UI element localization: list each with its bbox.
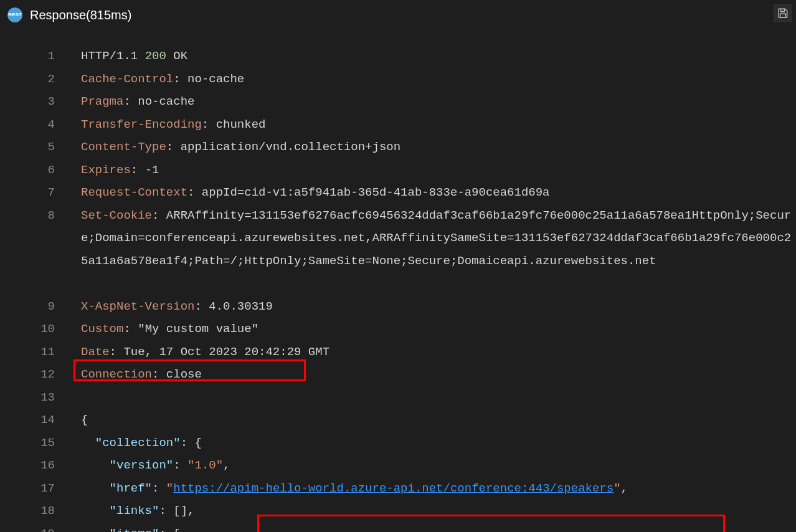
line-number: [0, 227, 55, 250]
code-line: {: [81, 409, 796, 432]
code-line: Expires: -1: [81, 159, 796, 182]
code-line: Cache-Control: no-cache: [81, 68, 796, 91]
code-line: "items": [: [81, 523, 796, 533]
line-number: 14: [0, 409, 55, 432]
line-number: 3: [0, 90, 55, 113]
code-line: Set-Cookie: ARRAffinity=131153ef6276acfc…: [81, 204, 796, 295]
line-number-gutter: 1 2 3 4 5 6 7 8 9 10 11 12 13 14 15 16 1…: [0, 45, 69, 532]
panel-title: Response(815ms): [30, 6, 131, 24]
code-line: Pragma: no-cache: [81, 90, 796, 113]
code-line: "version": "1.0",: [81, 454, 796, 477]
line-number: 13: [0, 386, 55, 409]
code-line: Connection: close: [81, 363, 796, 386]
line-number: 16: [0, 454, 55, 477]
code-line: Custom: "My custom value": [81, 318, 796, 341]
code-line: "href": "https://apim-hello-world.azure-…: [81, 477, 796, 500]
line-number: 2: [0, 68, 55, 91]
code-line: Transfer-Encoding: chunked: [81, 113, 796, 136]
code-line: X-AspNet-Version: 4.0.30319: [81, 295, 796, 318]
line-number: [0, 250, 55, 273]
line-number: 5: [0, 136, 55, 159]
code-line: "collection": {: [81, 432, 796, 455]
code-line: "links": [],: [81, 500, 796, 523]
line-number: 4: [0, 113, 55, 136]
line-number: 8: [0, 204, 55, 227]
code-line: HTTP/1.1 200 OK: [81, 45, 796, 68]
href-link[interactable]: https://apim-hello-world.azure-api.net/c…: [173, 482, 614, 495]
svg-rect-0: [780, 14, 786, 17]
line-number: 17: [0, 477, 55, 500]
line-number: 18: [0, 500, 55, 523]
code-content[interactable]: HTTP/1.1 200 OK Cache-Control: no-cache …: [69, 45, 796, 532]
response-editor[interactable]: 1 2 3 4 5 6 7 8 9 10 11 12 13 14 15 16 1…: [0, 30, 796, 532]
line-number: 9: [0, 295, 55, 318]
save-icon: [777, 7, 789, 19]
line-number: [0, 272, 55, 295]
line-number: 19: [0, 523, 55, 533]
line-number: 10: [0, 318, 55, 341]
icon-label: REST: [8, 11, 21, 19]
code-line: Request-Context: appId=cid-v1:a5f941ab-3…: [81, 181, 796, 204]
code-line: [81, 386, 796, 409]
code-line: Date: Tue, 17 Oct 2023 20:42:29 GMT: [81, 341, 796, 364]
rest-client-icon: REST: [7, 7, 22, 22]
line-number: 7: [0, 181, 55, 204]
save-response-button[interactable]: [774, 4, 792, 22]
code-line: Content-Type: application/vnd.collection…: [81, 136, 796, 159]
line-number: 11: [0, 341, 55, 364]
line-number: 15: [0, 432, 55, 455]
line-number: 6: [0, 159, 55, 182]
panel-header: REST Response(815ms): [0, 0, 796, 30]
line-number: 12: [0, 363, 55, 386]
line-number: 1: [0, 45, 55, 68]
